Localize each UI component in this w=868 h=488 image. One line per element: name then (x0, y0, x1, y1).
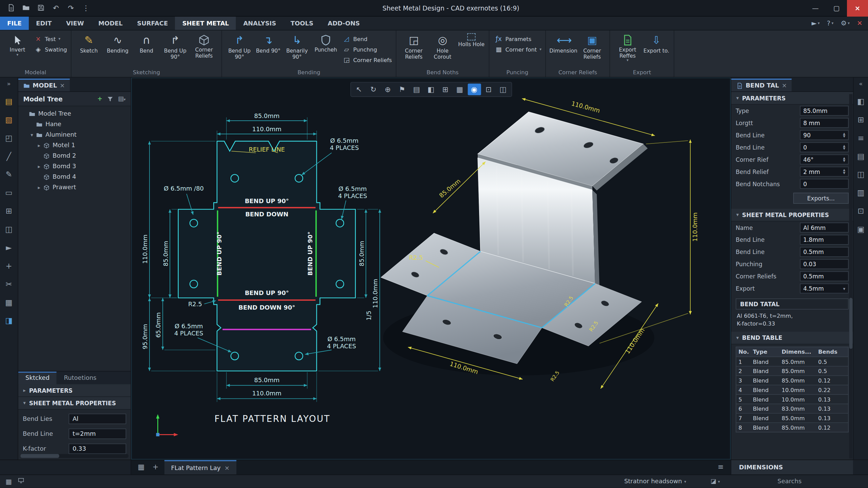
chevron-right-icon[interactable]: ▸ (36, 163, 42, 169)
close-model-tab-icon[interactable]: × (60, 82, 65, 89)
ribbon-button-export-to[interactable]: ⇩Export to. (643, 32, 670, 54)
add-node-icon[interactable]: + (97, 95, 102, 102)
param-input-corner-reliefs[interactable]: 0.5mm (800, 271, 849, 281)
ribbon-button-corner-reliefs[interactable]: ▣Corner Reliefs (578, 32, 606, 60)
model-3d[interactable] (381, 112, 654, 375)
param-input-bend-notchans[interactable]: 0 (800, 179, 849, 189)
tree-item-model-tree[interactable]: Model Tree (18, 109, 131, 119)
table-row[interactable]: 2Bland85.0mm0.5 (736, 367, 849, 376)
chevron-right-icon[interactable]: ▸ (36, 142, 42, 148)
menu-tab-view[interactable]: VIEW (59, 17, 91, 30)
tree-item-bomd-4[interactable]: Bomd 4 (18, 172, 131, 182)
table-row[interactable]: 6Blend83.0mm0.13 (736, 404, 849, 414)
close-bend-tab-icon[interactable]: × (782, 82, 787, 89)
menu-tab-sheet-metal[interactable]: SHEET METAL (175, 17, 236, 30)
section-parameters-left[interactable]: ▸ PARAMETERS (18, 384, 131, 397)
column-header-dimens[interactable]: Dimens... (780, 347, 816, 357)
help-icon[interactable]: ?▾ (827, 19, 833, 27)
tree-item-prawert[interactable]: ▸Prawert (18, 182, 131, 193)
tree-item-bomd-3[interactable]: ▸Bomd 3 (18, 161, 131, 172)
table-row[interactable]: 7Blend85.0mm0.13 (736, 414, 849, 423)
terminal-icon[interactable]: ▦ (5, 477, 12, 485)
tree-item-motel-1[interactable]: ▸Motel 1 (18, 140, 131, 151)
redo-icon[interactable]: ↷ (66, 4, 75, 13)
render-tool-icon[interactable]: ◨ (3, 314, 15, 327)
menu-tab-tools[interactable]: TOOLS (283, 17, 321, 30)
spinner-icon[interactable]: ▲▼ (843, 144, 845, 150)
search-input[interactable]: Searchs (777, 478, 802, 485)
sheet-menu-icon[interactable]: ≡ (715, 462, 726, 473)
ribbon-button-bend[interactable]: ◿Bend (343, 35, 392, 43)
display-panel-icon[interactable]: ▣ (855, 223, 867, 235)
sketch-tool-icon[interactable]: ✎ (3, 168, 15, 180)
tab-model[interactable]: MODEL × (18, 79, 70, 92)
profile-selector[interactable]: Stratnor headsown ▾ (624, 478, 686, 485)
scrollbar-thumb[interactable] (849, 298, 852, 349)
menu-tab-surface[interactable]: SURFACE (130, 17, 175, 30)
menu-tab-edit[interactable]: EDIT (29, 17, 59, 30)
palette-tool-icon[interactable]: ▤ (3, 95, 15, 108)
param-input-export[interactable]: 4.5mm▾ (800, 284, 849, 293)
menu-tab-file[interactable]: FILE (0, 17, 29, 30)
cut-tool-icon[interactable]: ✂ (3, 278, 15, 290)
snap-panel-icon[interactable]: ⊡ (855, 205, 867, 217)
save-icon[interactable] (37, 4, 45, 13)
close-button[interactable]: × (847, 0, 868, 16)
materials-tool-icon[interactable]: ▧ (3, 114, 15, 126)
column-header-no[interactable]: No. (736, 347, 750, 357)
vertical-scrollbar[interactable] (849, 94, 852, 458)
chevron-down-icon[interactable]: ▾ (843, 286, 846, 291)
menu-tab-model[interactable]: MODEL (91, 17, 130, 30)
param-input-name[interactable]: Al 6mm (800, 222, 849, 232)
ribbon-button-corner-reliefs[interactable]: ◲Corner Reliefs (343, 56, 392, 64)
blocks-tool-icon[interactable]: ◰ (3, 132, 15, 144)
layers-panel-icon[interactable]: ▤ (855, 150, 867, 162)
ribbon-button-bending[interactable]: ∿Bending (104, 32, 131, 54)
canvas-viewport[interactable]: 110.0mm 110.0mm 85.0mm R2.5 110.0mm 110.… (131, 78, 731, 460)
section-sheet-metal-properties[interactable]: ▾ SHEET METAL PROPERTIES (731, 209, 853, 222)
ribbon-button-sketch[interactable]: ✎Sketch (75, 32, 102, 54)
subtab-sktcked[interactable]: Sktcked (18, 372, 57, 385)
minimize-button[interactable]: — (805, 0, 826, 16)
pointer-tool[interactable]: ↖ (352, 84, 366, 95)
param-input-bend-relief[interactable]: 2 mm▲▼ (800, 167, 849, 176)
flag-tool[interactable]: ⚑ (396, 84, 409, 95)
menu-tab-analysis[interactable]: ANALYSIS (236, 17, 283, 30)
views-tool[interactable]: ◫ (496, 84, 510, 95)
chevron-down-icon[interactable]: ▾ (29, 132, 35, 137)
ribbon-button-benarily-90[interactable]: ↳Benarily 90° (283, 32, 311, 60)
copy-tool-icon[interactable]: ◫ (3, 223, 15, 235)
open-folder-icon[interactable] (22, 4, 31, 13)
section-tool[interactable]: ⊡ (482, 84, 495, 95)
spinner-icon[interactable]: ▲▼ (843, 169, 845, 174)
ribbon-button-holls-hole[interactable]: Holls Hole (458, 32, 485, 47)
section-parameters[interactable]: ▾ PARAMETERS (731, 92, 853, 105)
zoom-tool[interactable]: ⊕ (381, 84, 394, 95)
tab-bend-tal[interactable]: BEND TAL × (731, 79, 792, 92)
sheet-tab-flat-pattern[interactable]: FLat Pattern Lay × (164, 460, 236, 475)
table-row[interactable]: 3Blend85.0mm0.12 (736, 376, 849, 386)
close-sheet-icon[interactable]: × (224, 464, 230, 471)
pattern-tool[interactable]: ▦ (453, 84, 466, 95)
table-row[interactable]: 8Blend85.0mm0.12 (736, 423, 849, 432)
table-row[interactable]: 4Blend10.0mm0.22 (736, 385, 849, 395)
field-input-bend-lies[interactable]: Al (68, 414, 126, 424)
subtab-rutoetions[interactable]: Rutoetions (57, 372, 103, 385)
undo-icon[interactable]: ↶ (52, 4, 60, 13)
column-header-type[interactable]: Type (751, 347, 780, 357)
ribbon-button-puncheh[interactable]: Puncheh (312, 32, 339, 53)
horizontal-scrollbar[interactable] (20, 454, 128, 458)
param-input-bend-line[interactable]: 0.5mm (800, 247, 849, 257)
section-bend-table[interactable]: ▾ BEND TABLE (731, 332, 853, 345)
snap-grid-tool[interactable]: ⊞ (439, 84, 452, 95)
field-input-k-factor[interactable]: 0.33 (68, 444, 126, 454)
ribbon-button-corner-font[interactable]: ▦Corner font▾ (495, 45, 542, 53)
tree-item-bomd-2[interactable]: Bomd 2 (18, 151, 131, 161)
tag-tool[interactable]: ◉ (468, 84, 481, 95)
ribbon-button-paramets[interactable]: ƒxParamets (495, 35, 542, 43)
param-input-bend-line[interactable]: 1.8mm (800, 235, 849, 245)
layer-selector[interactable]: ◪ ▾ (711, 478, 720, 485)
quick-menu-icon[interactable]: ⋮ (81, 4, 90, 13)
param-input-type[interactable]: 85.0mm (800, 106, 849, 116)
ribbon-button-export-reffes[interactable]: Export Reffes▾ (614, 32, 641, 62)
